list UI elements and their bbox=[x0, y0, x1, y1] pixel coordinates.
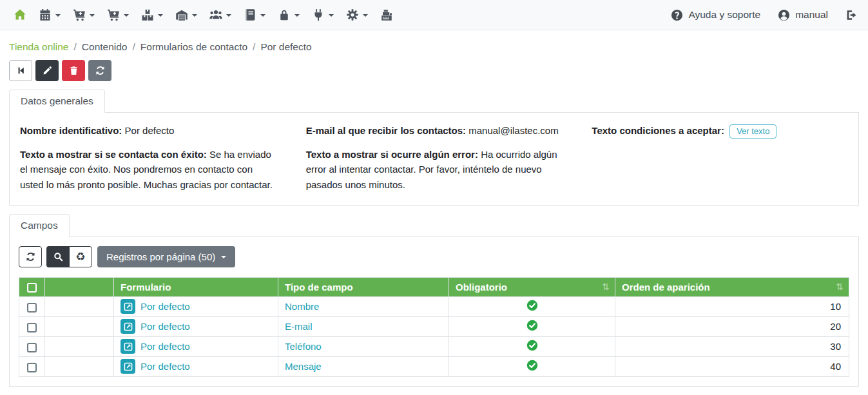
open-form-button[interactable] bbox=[121, 299, 135, 314]
breadcrumb: Tienda online/Contenido/Formularios de c… bbox=[9, 41, 859, 53]
cart-plus-icon bbox=[73, 8, 86, 21]
fields-table: FormularioTipo de campoObligatorio⇅Orden… bbox=[19, 277, 849, 377]
field-label: Nombre identificativo: bbox=[20, 125, 122, 136]
chevron-down-icon bbox=[90, 14, 95, 17]
row-checkbox[interactable] bbox=[27, 363, 37, 372]
field-texto-error: Texto a mostrar si ocurre algún error: H… bbox=[306, 147, 563, 192]
tab-datos-generales[interactable]: Datos generales bbox=[9, 90, 105, 113]
recycle-icon: ♻ bbox=[75, 251, 85, 262]
chevron-down-icon bbox=[363, 14, 368, 17]
warehouse-menu[interactable] bbox=[172, 6, 200, 24]
users-menu[interactable] bbox=[206, 6, 235, 24]
edit-button[interactable] bbox=[35, 60, 59, 81]
per-page-dropdown[interactable]: Registros por página (50) bbox=[97, 246, 235, 267]
sync-icon bbox=[26, 252, 35, 262]
column-label: Tipo de campo bbox=[285, 282, 353, 293]
column-header bbox=[19, 277, 45, 296]
search-button[interactable] bbox=[46, 246, 70, 267]
plug-menu[interactable] bbox=[309, 6, 337, 24]
book-menu[interactable] bbox=[240, 6, 269, 24]
empty-cell bbox=[45, 316, 114, 336]
external-link-square-icon bbox=[124, 302, 133, 311]
form-link[interactable]: Por defecto bbox=[140, 321, 190, 332]
warehouse-icon bbox=[175, 8, 188, 21]
home-menu[interactable] bbox=[10, 6, 30, 24]
clear-filters-button[interactable]: ♻ bbox=[69, 246, 92, 267]
field-label: E-mail al que recibir los contactos: bbox=[306, 125, 466, 136]
chevron-down-icon bbox=[192, 14, 197, 17]
help-link[interactable]: Ayuda y soporte bbox=[671, 9, 760, 21]
field-type-cell: Teléfono bbox=[278, 336, 449, 356]
first-record-button[interactable] bbox=[9, 60, 32, 81]
required-cell bbox=[449, 316, 615, 336]
chevron-down-icon bbox=[329, 14, 334, 17]
row-checkbox[interactable] bbox=[27, 303, 37, 313]
pencil-icon bbox=[43, 66, 52, 75]
table-row: Por defectoE-mail20 bbox=[19, 316, 849, 336]
logout-button[interactable] bbox=[845, 9, 858, 21]
cart-plus-menu[interactable] bbox=[104, 6, 132, 24]
help-label: Ayuda y soporte bbox=[688, 9, 760, 21]
cart-plus-menu[interactable] bbox=[70, 6, 98, 24]
record-action-bar bbox=[9, 60, 859, 81]
delete-button[interactable] bbox=[62, 60, 85, 81]
chevron-down-icon bbox=[221, 256, 226, 258]
row-checkbox[interactable] bbox=[27, 323, 37, 332]
general-tabs: Datos generales bbox=[9, 90, 859, 113]
refresh-table-button[interactable] bbox=[19, 246, 42, 267]
tab-campos[interactable]: Campos bbox=[9, 214, 70, 237]
open-form-button[interactable] bbox=[121, 319, 135, 334]
fields-panel: ♻ Registros por página (50) FormularioTi… bbox=[9, 237, 859, 387]
fields-tabs: Campos bbox=[9, 214, 859, 237]
field-value: manual@ilastec.com bbox=[468, 125, 558, 136]
field-type-cell: Mensaje bbox=[278, 356, 449, 376]
form-link[interactable]: Por defecto bbox=[140, 361, 190, 372]
empty-cell bbox=[45, 296, 114, 316]
row-checkbox[interactable] bbox=[27, 343, 37, 352]
form-link[interactable]: Por defecto bbox=[140, 301, 190, 312]
form-link[interactable]: Por defecto bbox=[140, 341, 190, 352]
check-circle-icon bbox=[526, 360, 538, 371]
order-cell: 30 bbox=[615, 336, 849, 356]
table-row: Por defectoNombre10 bbox=[19, 296, 849, 316]
calendar-menu[interactable] bbox=[35, 6, 64, 24]
lock-icon bbox=[278, 8, 291, 21]
field-texto-exito: Texto a mostrar si se contacta con éxito… bbox=[20, 147, 276, 192]
field-nombre-identificativo: Nombre identificativo: Por defecto bbox=[20, 123, 276, 139]
gear-icon bbox=[346, 8, 359, 21]
open-form-button[interactable] bbox=[121, 339, 135, 354]
select-all-checkbox[interactable] bbox=[27, 283, 37, 293]
gear-menu[interactable] bbox=[343, 6, 371, 24]
required-cell bbox=[449, 296, 615, 316]
user-menu[interactable]: manual bbox=[778, 9, 828, 21]
table-header-row: FormularioTipo de campoObligatorio⇅Orden… bbox=[19, 277, 849, 296]
sort-icon[interactable]: ⇅ bbox=[836, 282, 844, 292]
chevron-down-icon bbox=[158, 14, 163, 17]
field-value: Por defecto bbox=[125, 125, 175, 136]
breadcrumb-item[interactable]: Tienda online bbox=[9, 41, 69, 52]
chevron-down-icon bbox=[55, 14, 61, 17]
field-type-cell: Nombre bbox=[278, 296, 449, 316]
column-header-obligatorio[interactable]: Obligatorio⇅ bbox=[449, 277, 615, 296]
breadcrumb-item[interactable]: Formularios de contacto bbox=[140, 41, 247, 52]
ver-texto-button[interactable]: Ver texto bbox=[729, 124, 776, 139]
open-form-button[interactable] bbox=[121, 359, 135, 374]
refresh-record-button[interactable] bbox=[88, 60, 111, 81]
check-circle-icon bbox=[526, 340, 538, 351]
cash-register-menu[interactable] bbox=[377, 6, 396, 24]
table-row: Por defectoTeléfono30 bbox=[19, 336, 849, 356]
column-header bbox=[45, 277, 114, 296]
boxes-icon bbox=[141, 8, 154, 21]
sync-icon bbox=[95, 66, 105, 75]
boxes-menu[interactable] bbox=[138, 6, 166, 24]
external-link-square-icon bbox=[124, 322, 133, 331]
lock-menu[interactable] bbox=[275, 6, 303, 24]
breadcrumb-item[interactable]: Contenido bbox=[82, 41, 128, 52]
cash-register-icon bbox=[380, 8, 393, 21]
general-panel: Nombre identificativo: Por defecto E-mai… bbox=[9, 113, 859, 206]
breadcrumb-separator: / bbox=[253, 41, 255, 52]
column-header-orden-de-aparición[interactable]: Orden de aparición⇅ bbox=[615, 277, 849, 296]
table-row: Por defectoMensaje40 bbox=[19, 356, 849, 376]
empty-cell bbox=[45, 336, 114, 356]
sort-icon[interactable]: ⇅ bbox=[602, 282, 610, 292]
